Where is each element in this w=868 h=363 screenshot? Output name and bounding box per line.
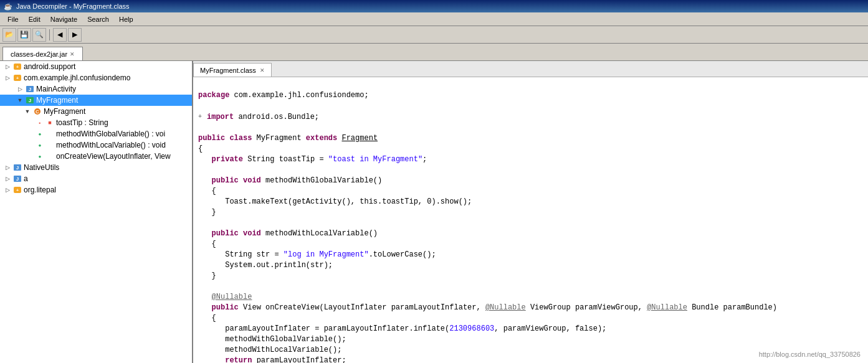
- watermark: http://blog.csdn.net/qq_33750826: [759, 351, 861, 358]
- icon-android-support: +: [12, 62, 22, 71]
- expander-org-litepal[interactable]: ▷: [2, 185, 12, 195]
- code-line-method3-body3: methodWithLocalVariable();: [198, 346, 341, 354]
- icon-nativeutils: J: [12, 163, 22, 172]
- search-toolbar-button[interactable]: 🔍: [32, 28, 46, 42]
- expander-method-global: ●: [35, 129, 45, 139]
- menu-navigate[interactable]: Navigate: [45, 14, 82, 24]
- expander-oncreateview: ●: [35, 151, 45, 161]
- code-line-method1-open: {: [198, 187, 216, 196]
- menu-help[interactable]: Help: [114, 14, 138, 24]
- icon-com-example: +: [12, 73, 22, 82]
- code-line-brace1: {: [198, 144, 203, 153]
- open-button[interactable]: 📂: [2, 28, 16, 42]
- menu-edit[interactable]: Edit: [24, 14, 45, 24]
- code-line-method1-close: }: [198, 208, 216, 217]
- icon-myfragment: J: [25, 96, 35, 105]
- code-line-method3-sig: public View onCreateView(LayoutInflater …: [198, 303, 777, 312]
- code-tab-label: MyFragment.class: [200, 67, 256, 74]
- back-button[interactable]: ◀: [53, 28, 67, 42]
- main-layout: ▷ + android.support ▷ + com.example.jhl.…: [0, 61, 868, 363]
- title-icon: ☕: [4, 2, 12, 11]
- tree-node-method-global[interactable]: ● methodWithGlobalVariable() : voi: [0, 128, 192, 139]
- code-line-class: public class MyFragment extends Fragment: [198, 134, 378, 143]
- tree-node-android-support[interactable]: ▷ + android.support: [0, 61, 192, 72]
- icon-method-global: [45, 130, 55, 138]
- code-line-method2-body1: String str = "log in MyFragment".toLower…: [198, 250, 436, 259]
- tree-node-nativeutils[interactable]: ▷ J NativeUtils: [0, 162, 192, 173]
- label-org-litepal: org.litepal: [24, 186, 56, 194]
- forward-button[interactable]: ▶: [68, 28, 82, 42]
- tree-node-method-local[interactable]: ● methodWithLocalVariable() : void: [0, 139, 192, 151]
- expander-com-example[interactable]: ▷: [2, 73, 12, 83]
- tree-node-org-litepal[interactable]: ▷ + org.litepal: [0, 184, 192, 196]
- icon-method-local: [45, 141, 55, 149]
- label-oncreateview: onCreateView(LayoutInflater, View: [56, 152, 171, 161]
- menu-file[interactable]: File: [2, 14, 24, 24]
- svg-text:J: J: [29, 87, 31, 92]
- right-panel: MyFragment.class ✕ package com.example.j…: [193, 61, 868, 363]
- expander-android-support[interactable]: ▷: [2, 62, 12, 72]
- expander-a[interactable]: ▷: [2, 174, 12, 184]
- code-tab-myfragment[interactable]: MyFragment.class ✕: [193, 63, 272, 77]
- expander-nativeutils[interactable]: ▷: [2, 163, 12, 172]
- code-area: package com.example.jhl.confusiondemo; +…: [193, 77, 868, 363]
- tree-node-oncreateview[interactable]: ● onCreateView(LayoutInflater, View: [0, 151, 192, 162]
- title-text: Java Decompiler - MyFragment.class: [16, 2, 130, 10]
- code-line-method1-sig: public void methodWithGlobalVariable(): [198, 176, 382, 185]
- code-line-method1-body: Toast.makeText(getActivity(), this.toast…: [198, 197, 472, 206]
- tree-node-toasttip[interactable]: ▪ ■ toastTip : String: [0, 117, 192, 128]
- toolbar: 📂 💾 🔍 ◀ ▶: [0, 26, 868, 44]
- code-line-method3-open: {: [198, 314, 216, 323]
- save-button[interactable]: 💾: [17, 28, 31, 42]
- label-myfragment-inner: MyFragment: [44, 107, 85, 116]
- tree-node-a[interactable]: ▷ J a: [0, 173, 192, 184]
- icon-myfragment-inner: C: [32, 107, 42, 116]
- icon-oncreateview: [45, 152, 55, 161]
- code-line-field: private String toastTip = "toast in MyFr…: [198, 155, 427, 164]
- code-line-method3-body2: methodWithGlobalVariable();: [198, 335, 346, 344]
- label-toasttip: toastTip : String: [56, 118, 108, 127]
- expander-myfragment[interactable]: ▼: [15, 95, 25, 105]
- icon-toasttip: ■: [45, 118, 55, 127]
- top-tab-strip: classes-dex2jar.jar ✕: [0, 44, 868, 61]
- tree-node-mainactivity[interactable]: ▷ J MainActivity: [0, 83, 192, 95]
- left-panel: ▷ + android.support ▷ + com.example.jhl.…: [0, 61, 193, 363]
- svg-text:+: +: [16, 65, 19, 69]
- tree-node-myfragment[interactable]: ▼ J MyFragment: [0, 95, 192, 106]
- code-line-nullable-ann: @Nullable: [198, 293, 252, 301]
- label-method-local: methodWithLocalVariable() : void: [56, 141, 166, 149]
- label-myfragment-selected: MyFragment: [36, 96, 78, 105]
- label-nativeutils: NativeUtils: [24, 163, 59, 172]
- code-line-method2-sig: public void methodWithLocalVariable(): [198, 229, 378, 238]
- icon-org-litepal: +: [12, 186, 22, 194]
- top-tab-close[interactable]: ✕: [70, 51, 75, 57]
- code-line-method2-body2: System.out.println(str);: [198, 261, 333, 270]
- top-tab-label: classes-dex2jar.jar: [11, 50, 67, 58]
- menu-search[interactable]: Search: [82, 14, 114, 24]
- svg-text:J: J: [29, 98, 31, 103]
- label-method-global: methodWithGlobalVariable() : voi: [56, 130, 165, 138]
- expander-myfragment-inner[interactable]: ▼: [22, 106, 32, 116]
- code-tab-close[interactable]: ✕: [260, 67, 265, 73]
- label-a: a: [24, 174, 28, 183]
- tree-node-com-example[interactable]: ▷ + com.example.jhl.confusiondemo: [0, 72, 192, 83]
- title-bar: ☕ Java Decompiler - MyFragment.class: [0, 0, 868, 12]
- label-com-example: com.example.jhl.confusiondemo: [24, 73, 130, 82]
- icon-mainactivity: J: [25, 85, 35, 93]
- code-tab-strip: MyFragment.class ✕: [193, 61, 868, 77]
- icon-a: J: [12, 174, 22, 183]
- expander-toasttip: ▪: [35, 118, 45, 128]
- svg-text:J: J: [16, 176, 19, 182]
- top-tab-jar[interactable]: classes-dex2jar.jar ✕: [2, 47, 83, 60]
- code-line-method2-open: {: [198, 240, 216, 248]
- code-line-1: package com.example.jhl.confusiondemo;: [198, 91, 369, 100]
- code-line-import: +import android.os.Bundle;: [198, 113, 319, 121]
- tree-node-myfragment-inner[interactable]: ▼ C MyFragment: [0, 106, 192, 117]
- expander-mainactivity[interactable]: ▷: [15, 84, 25, 94]
- svg-text:+: +: [16, 76, 19, 80]
- label-android-support: android.support: [24, 62, 75, 71]
- code-line-method3-body1: paramLayoutInflater = paramLayoutInflate…: [198, 324, 606, 333]
- code-line-method2-close: }: [198, 271, 216, 280]
- label-mainactivity: MainActivity: [36, 85, 76, 93]
- code-content[interactable]: package com.example.jhl.confusiondemo; +…: [193, 77, 868, 363]
